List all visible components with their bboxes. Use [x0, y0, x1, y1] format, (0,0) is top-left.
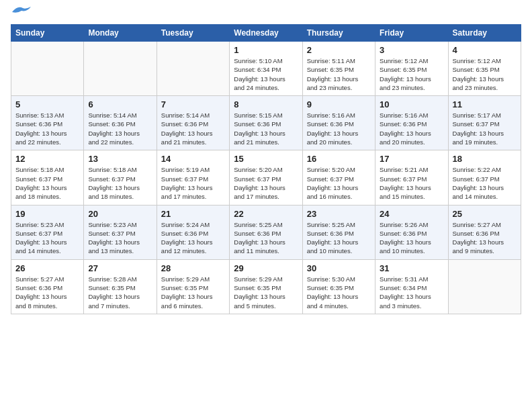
day-number: 18: [453, 154, 517, 164]
day-info: Sunrise: 5:10 AM Sunset: 6:34 PM Dayligh…: [234, 56, 298, 92]
calendar-cell: [157, 42, 229, 96]
day-info: Sunrise: 5:23 AM Sunset: 6:37 PM Dayligh…: [88, 220, 152, 256]
day-number: 7: [161, 99, 225, 109]
day-info: Sunrise: 5:13 AM Sunset: 6:36 PM Dayligh…: [15, 111, 79, 146]
calendar-cell: 5Sunrise: 5:13 AM Sunset: 6:36 PM Daylig…: [11, 96, 84, 150]
calendar-cell: 12Sunrise: 5:18 AM Sunset: 6:37 PM Dayli…: [11, 150, 84, 205]
day-info: Sunrise: 5:18 AM Sunset: 6:37 PM Dayligh…: [88, 165, 152, 201]
day-number: 27: [88, 263, 152, 273]
day-info: Sunrise: 5:11 AM Sunset: 6:35 PM Dayligh…: [307, 56, 371, 92]
logo-bird-icon: [12, 5, 31, 17]
calendar-cell: 27Sunrise: 5:28 AM Sunset: 6:35 PM Dayli…: [84, 259, 157, 314]
day-number: 26: [15, 263, 79, 273]
day-info: Sunrise: 5:12 AM Sunset: 6:35 PM Dayligh…: [453, 56, 517, 92]
day-info: Sunrise: 5:19 AM Sunset: 6:37 PM Dayligh…: [161, 165, 225, 201]
day-number: 9: [307, 99, 371, 109]
calendar-cell: 2Sunrise: 5:11 AM Sunset: 6:35 PM Daylig…: [302, 42, 375, 96]
calendar-cell: 13Sunrise: 5:18 AM Sunset: 6:37 PM Dayli…: [84, 150, 157, 205]
day-number: 24: [380, 209, 443, 219]
calendar-cell: 21Sunrise: 5:24 AM Sunset: 6:36 PM Dayli…: [157, 205, 229, 259]
day-info: Sunrise: 5:29 AM Sunset: 6:35 PM Dayligh…: [161, 275, 225, 310]
day-number: 11: [453, 99, 517, 109]
calendar-week-row: 5Sunrise: 5:13 AM Sunset: 6:36 PM Daylig…: [11, 96, 521, 150]
day-number: 31: [380, 263, 443, 273]
day-info: Sunrise: 5:21 AM Sunset: 6:37 PM Dayligh…: [380, 165, 443, 201]
day-number: 20: [88, 209, 152, 219]
calendar-week-row: 19Sunrise: 5:23 AM Sunset: 6:37 PM Dayli…: [11, 205, 521, 259]
day-info: Sunrise: 5:28 AM Sunset: 6:35 PM Dayligh…: [88, 275, 152, 310]
day-info: Sunrise: 5:20 AM Sunset: 6:37 PM Dayligh…: [307, 165, 371, 201]
calendar-cell: 30Sunrise: 5:30 AM Sunset: 6:35 PM Dayli…: [302, 259, 375, 314]
calendar-cell: 10Sunrise: 5:16 AM Sunset: 6:36 PM Dayli…: [375, 96, 448, 150]
calendar-cell: 26Sunrise: 5:27 AM Sunset: 6:36 PM Dayli…: [11, 259, 84, 314]
calendar-cell: [448, 259, 521, 314]
day-number: 29: [234, 263, 298, 273]
calendar-week-row: 12Sunrise: 5:18 AM Sunset: 6:37 PM Dayli…: [11, 150, 521, 205]
day-number: 25: [453, 209, 517, 219]
day-number: 15: [234, 154, 298, 164]
col-header-friday: Friday: [375, 25, 448, 42]
calendar-cell: 22Sunrise: 5:25 AM Sunset: 6:36 PM Dayli…: [230, 205, 302, 259]
calendar-cell: 8Sunrise: 5:15 AM Sunset: 6:36 PM Daylig…: [230, 96, 302, 150]
day-number: 23: [307, 209, 371, 219]
day-info: Sunrise: 5:26 AM Sunset: 6:36 PM Dayligh…: [380, 220, 443, 256]
day-number: 3: [380, 45, 443, 55]
calendar-cell: 29Sunrise: 5:29 AM Sunset: 6:35 PM Dayli…: [230, 259, 302, 314]
day-info: Sunrise: 5:31 AM Sunset: 6:34 PM Dayligh…: [380, 275, 443, 310]
col-header-wednesday: Wednesday: [230, 25, 302, 42]
calendar-cell: 4Sunrise: 5:12 AM Sunset: 6:35 PM Daylig…: [448, 42, 521, 96]
col-header-saturday: Saturday: [448, 25, 521, 42]
calendar-cell: 19Sunrise: 5:23 AM Sunset: 6:37 PM Dayli…: [11, 205, 84, 259]
calendar-cell: 1Sunrise: 5:10 AM Sunset: 6:34 PM Daylig…: [230, 42, 302, 96]
calendar-cell: 11Sunrise: 5:17 AM Sunset: 6:37 PM Dayli…: [448, 96, 521, 150]
page-header: [11, 11, 521, 17]
calendar-cell: 24Sunrise: 5:26 AM Sunset: 6:36 PM Dayli…: [375, 205, 448, 259]
logo: [11, 11, 31, 17]
day-number: 12: [15, 154, 79, 164]
col-header-tuesday: Tuesday: [157, 25, 229, 42]
calendar-cell: 17Sunrise: 5:21 AM Sunset: 6:37 PM Dayli…: [375, 150, 448, 205]
day-info: Sunrise: 5:23 AM Sunset: 6:37 PM Dayligh…: [15, 220, 79, 256]
day-info: Sunrise: 5:30 AM Sunset: 6:35 PM Dayligh…: [307, 275, 371, 310]
day-info: Sunrise: 5:27 AM Sunset: 6:36 PM Dayligh…: [15, 275, 79, 310]
day-info: Sunrise: 5:14 AM Sunset: 6:36 PM Dayligh…: [88, 111, 152, 146]
day-info: Sunrise: 5:14 AM Sunset: 6:36 PM Dayligh…: [161, 111, 225, 146]
calendar-cell: 3Sunrise: 5:12 AM Sunset: 6:35 PM Daylig…: [375, 42, 448, 96]
calendar-cell: 14Sunrise: 5:19 AM Sunset: 6:37 PM Dayli…: [157, 150, 229, 205]
day-info: Sunrise: 5:15 AM Sunset: 6:36 PM Dayligh…: [234, 111, 298, 146]
calendar-cell: 18Sunrise: 5:22 AM Sunset: 6:37 PM Dayli…: [448, 150, 521, 205]
day-number: 13: [88, 154, 152, 164]
calendar-cell: 28Sunrise: 5:29 AM Sunset: 6:35 PM Dayli…: [157, 259, 229, 314]
day-number: 14: [161, 154, 225, 164]
day-info: Sunrise: 5:16 AM Sunset: 6:36 PM Dayligh…: [380, 111, 443, 146]
day-info: Sunrise: 5:25 AM Sunset: 6:36 PM Dayligh…: [234, 220, 298, 256]
col-header-monday: Monday: [84, 25, 157, 42]
day-number: 5: [15, 99, 79, 109]
day-info: Sunrise: 5:12 AM Sunset: 6:35 PM Dayligh…: [380, 56, 443, 92]
calendar-cell: 20Sunrise: 5:23 AM Sunset: 6:37 PM Dayli…: [84, 205, 157, 259]
calendar-cell: [11, 42, 84, 96]
day-info: Sunrise: 5:22 AM Sunset: 6:37 PM Dayligh…: [453, 165, 517, 201]
col-header-thursday: Thursday: [302, 25, 375, 42]
day-info: Sunrise: 5:25 AM Sunset: 6:36 PM Dayligh…: [307, 220, 371, 256]
day-info: Sunrise: 5:27 AM Sunset: 6:36 PM Dayligh…: [453, 220, 517, 256]
day-number: 1: [234, 45, 298, 55]
calendar-cell: 6Sunrise: 5:14 AM Sunset: 6:36 PM Daylig…: [84, 96, 157, 150]
calendar-cell: 7Sunrise: 5:14 AM Sunset: 6:36 PM Daylig…: [157, 96, 229, 150]
calendar-cell: [84, 42, 157, 96]
day-number: 17: [380, 154, 443, 164]
day-number: 16: [307, 154, 371, 164]
calendar-header-row: SundayMondayTuesdayWednesdayThursdayFrid…: [11, 25, 521, 42]
day-number: 10: [380, 99, 443, 109]
calendar-week-row: 1Sunrise: 5:10 AM Sunset: 6:34 PM Daylig…: [11, 42, 521, 96]
day-number: 22: [234, 209, 298, 219]
day-info: Sunrise: 5:24 AM Sunset: 6:36 PM Dayligh…: [161, 220, 225, 256]
day-info: Sunrise: 5:17 AM Sunset: 6:37 PM Dayligh…: [453, 111, 517, 146]
day-number: 28: [161, 263, 225, 273]
day-number: 30: [307, 263, 371, 273]
calendar-cell: 15Sunrise: 5:20 AM Sunset: 6:37 PM Dayli…: [230, 150, 302, 205]
day-info: Sunrise: 5:16 AM Sunset: 6:36 PM Dayligh…: [307, 111, 371, 146]
calendar-cell: 9Sunrise: 5:16 AM Sunset: 6:36 PM Daylig…: [302, 96, 375, 150]
day-number: 19: [15, 209, 79, 219]
day-number: 4: [453, 45, 517, 55]
